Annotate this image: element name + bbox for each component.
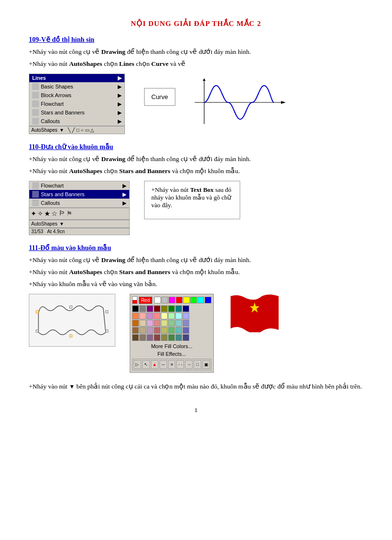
cc-dkgreen[interactable] — [168, 305, 175, 312]
cc-darkolive[interactable] — [161, 334, 168, 341]
color-ltgray[interactable] — [161, 297, 168, 303]
cc-crimson[interactable] — [154, 334, 160, 341]
svg-rect-9 — [106, 330, 108, 332]
status-bar-110: 31/53 At 4.9cn — [29, 228, 130, 235]
stars-arrow-110: ▶ — [122, 191, 126, 198]
section-109-heading: 109-Vẽ đồ thị hình sin — [29, 36, 363, 44]
color-magenta[interactable] — [169, 297, 175, 303]
section-111-line2: +Nháy vào nút AutoShapes chọn Stars and … — [29, 267, 363, 277]
cc-sienna[interactable] — [132, 327, 139, 334]
lines-menu: Lines ▶ Basic Shapes ▶ Block Arrows ▶ Fl… — [29, 74, 125, 126]
section-109-line2: +Nháy vào nút AutoShapes chọn Lines chọn… — [29, 59, 363, 69]
color-blue[interactable] — [205, 297, 211, 303]
cc-ltcyan[interactable] — [175, 313, 182, 319]
callouts-label: Callouts — [41, 118, 60, 124]
menu-stars-banners-110[interactable]: Stars and Banners ▶ — [29, 190, 129, 199]
cc-periwinkle[interactable] — [183, 320, 189, 327]
menu-block-arrows[interactable]: Block Arrows ▶ — [29, 91, 124, 100]
cc-lavender[interactable] — [147, 320, 153, 327]
cc-brick[interactable] — [154, 327, 160, 334]
section-110-line1: +Nháy vào nút công cụ vẽ Drawing để hiện… — [29, 154, 363, 164]
menu-flowchart-110[interactable]: Flowchart ▶ — [29, 181, 129, 190]
block-arrows-label: Block Arrows — [41, 92, 72, 98]
cc-olive[interactable] — [161, 305, 168, 312]
cc-steelteal[interactable] — [175, 334, 182, 341]
cc-plum[interactable] — [147, 334, 153, 341]
cc-aqua[interactable] — [175, 320, 182, 327]
flowchart-label-110: Flowchart — [41, 183, 64, 188]
menu-stars-banners[interactable]: Stars and Banners ▶ — [29, 108, 124, 117]
color-picker-111: Red — [130, 294, 214, 373]
color-green[interactable] — [190, 297, 197, 303]
cc-ltgreen[interactable] — [168, 313, 175, 319]
cc-ltyellow[interactable] — [161, 313, 168, 319]
svg-rect-5 — [106, 311, 108, 313]
status-pos: At 4.9cn — [47, 229, 65, 234]
menu-basic-shapes[interactable]: Basic Shapes ▶ — [29, 82, 124, 91]
3d-btn[interactable]: ▣ — [202, 360, 210, 369]
banner-icon-1: 🏳 — [59, 210, 65, 218]
cc-maroon[interactable] — [154, 305, 160, 312]
cc-pink[interactable] — [154, 313, 160, 319]
cc-purple[interactable] — [147, 305, 153, 312]
cc-ltblue[interactable] — [183, 313, 189, 319]
arrow-style-btn[interactable]: → — [185, 360, 193, 369]
cc-fern[interactable] — [168, 327, 175, 334]
star-icon-3: ★ — [44, 210, 50, 218]
autoshapes-dropdown-icon-110[interactable]: ▼ — [60, 221, 64, 226]
cc-sand[interactable] — [161, 320, 168, 327]
menu-callouts[interactable]: Callouts ▶ — [29, 117, 124, 126]
section-110-heading: 110-Đưa chữ vào khuôn mẫu — [29, 143, 363, 151]
cc-moss[interactable] — [161, 327, 168, 334]
stars-banners-arrow: ▶ — [118, 110, 122, 116]
footer-text-111: +Nháy vào nút ▼ bên phải nút công cụ cái… — [29, 381, 363, 392]
shadow-btn[interactable]: □ — [194, 360, 201, 369]
cc-orange[interactable] — [132, 313, 139, 319]
cc-tan[interactable] — [139, 320, 146, 327]
cc-brown[interactable] — [132, 320, 139, 327]
menu-callouts-110[interactable]: Callouts ▶ — [29, 199, 129, 207]
more-fill-colors-btn[interactable]: More Fill Colors... — [132, 342, 211, 350]
cc-sage[interactable] — [168, 320, 175, 327]
vietnam-flag — [228, 294, 281, 332]
color-white[interactable] — [154, 297, 161, 303]
cc-navy[interactable] — [183, 305, 189, 312]
cc-indigo[interactable] — [183, 334, 189, 341]
line-color-btn[interactable]: ─ — [159, 360, 167, 369]
line-style-btn[interactable]: ≡ — [168, 360, 176, 369]
cc-wheat[interactable] — [139, 327, 146, 334]
color-cyan[interactable] — [197, 297, 204, 303]
cc-forest[interactable] — [168, 334, 175, 341]
banner-icon-2: ⚑ — [66, 210, 73, 218]
cc-ltpurple[interactable] — [147, 313, 153, 319]
star-icon-1: ✦ — [31, 210, 37, 218]
autoshapes-bar-109: AutoShapes ▼ ╲ ╱ □ ○ ▭ △ — [29, 126, 125, 134]
color-red[interactable] — [176, 297, 183, 303]
cc-black[interactable] — [132, 305, 139, 312]
cc-slate[interactable] — [183, 327, 189, 334]
autoshapes-dropdown-icon[interactable]: ▼ — [60, 127, 64, 133]
draw-btn[interactable]: ▷ — [134, 360, 141, 369]
textbox-callout-110: +Nháy vào nút Text Box sau đó nháy vào k… — [144, 181, 240, 219]
menu-flowchart[interactable]: Flowchart ▶ — [29, 100, 124, 108]
cc-mauve[interactable] — [147, 327, 153, 334]
dash-style-btn[interactable]: - - — [176, 360, 184, 369]
cc-chocolate[interactable] — [132, 334, 139, 341]
callouts-arrow-110: ▶ — [122, 200, 126, 206]
section-110-line2: +Nháy vào nút AutoShapes chọn Stars and … — [29, 166, 363, 176]
flowchart-icon-110 — [32, 182, 39, 189]
cc-rose[interactable] — [154, 320, 160, 327]
cc-teal[interactable] — [175, 305, 182, 312]
cc-ltpink[interactable] — [139, 313, 146, 319]
color-yellow[interactable] — [183, 297, 190, 303]
status-pages: 31/53 — [31, 229, 43, 234]
cc-gray[interactable] — [139, 305, 146, 312]
cc-cadet[interactable] — [175, 327, 182, 334]
fill-btn[interactable]: ▲ — [151, 360, 159, 369]
cc-khaki[interactable] — [139, 334, 146, 341]
basic-shapes-arrow: ▶ — [118, 84, 122, 90]
select-btn[interactable]: ↖ — [142, 360, 150, 369]
fill-effects-btn[interactable]: Fill Effects... — [132, 350, 211, 358]
svg-marker-2 — [281, 101, 286, 104]
section-110-images: Flowchart ▶ Stars and Banners ▶ Callouts… — [29, 181, 363, 235]
